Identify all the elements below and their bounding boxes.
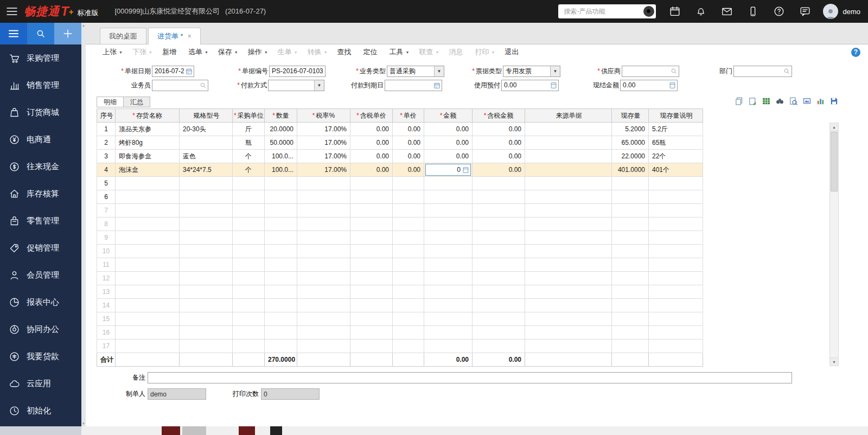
- table-row[interactable]: 11: [97, 258, 703, 272]
- col-header[interactable]: *含税金额: [473, 109, 525, 123]
- cell-tax-price[interactable]: 0.00: [350, 150, 393, 163]
- toolbar-item[interactable]: 新增: [157, 47, 183, 57]
- table-row[interactable]: 5: [97, 177, 703, 190]
- cell-tax-price[interactable]: [350, 231, 393, 245]
- toolbar-item[interactable]: 定位: [359, 47, 385, 57]
- cell-qty[interactable]: [265, 340, 297, 353]
- cell-tax-price[interactable]: [350, 245, 393, 258]
- cell-tax-price[interactable]: [350, 285, 393, 299]
- calendar-icon[interactable]: [432, 80, 442, 91]
- cell-amount[interactable]: [424, 312, 473, 326]
- chevron-down-icon[interactable]: ▼: [550, 66, 560, 76]
- cell-tax-price[interactable]: [350, 218, 393, 231]
- cell-qty[interactable]: [265, 272, 297, 285]
- table-row[interactable]: 8: [97, 218, 703, 231]
- cell-amount[interactable]: 0: [424, 163, 473, 177]
- toolbar-item[interactable]: 保存▼: [213, 47, 243, 57]
- cell-item-name[interactable]: 顶品关东参: [116, 123, 180, 136]
- cell-tax-rate[interactable]: [297, 177, 350, 190]
- cell-tax-amount[interactable]: [473, 231, 525, 245]
- sidebar-item-cash[interactable]: 往来现金: [0, 153, 81, 180]
- cell-tax-rate[interactable]: [297, 231, 350, 245]
- cell-amount[interactable]: [424, 258, 473, 272]
- cell-price[interactable]: [393, 299, 424, 312]
- cell-item-name[interactable]: [116, 312, 180, 326]
- chart-icon[interactable]: [816, 97, 825, 106]
- cell-amount[interactable]: [424, 272, 473, 285]
- scroll-down-icon[interactable]: ▼: [830, 357, 838, 366]
- cell-spec[interactable]: 34*24*7.5: [180, 163, 233, 177]
- calendar-icon[interactable]: [669, 5, 681, 17]
- cell-price[interactable]: [393, 285, 424, 299]
- cell-tax-price[interactable]: [350, 340, 393, 353]
- cell-qty[interactable]: 50.0000: [265, 136, 297, 150]
- cell-qty[interactable]: [265, 285, 297, 299]
- toolbar-item[interactable]: 打印▼: [470, 47, 500, 57]
- feedback-icon[interactable]: [799, 5, 811, 17]
- table-row[interactable]: 7: [97, 204, 703, 218]
- cell-tax-rate[interactable]: [297, 258, 350, 272]
- calendar-icon[interactable]: [184, 66, 194, 76]
- cell-price[interactable]: [393, 218, 424, 231]
- cell-unit[interactable]: [233, 190, 265, 204]
- grid-scrollbar[interactable]: ▲ ▼: [829, 123, 839, 366]
- cell-item-name[interactable]: [116, 340, 180, 353]
- cell-tax-amount[interactable]: [473, 312, 525, 326]
- cell-unit[interactable]: [233, 285, 265, 299]
- cell-unit[interactable]: [233, 245, 265, 258]
- tab-close-icon[interactable]: ×: [188, 33, 192, 40]
- cell-source[interactable]: [525, 177, 612, 190]
- table-row[interactable]: 12: [97, 272, 703, 285]
- cell-item-name[interactable]: [116, 190, 180, 204]
- table-row[interactable]: 2 烤虾80g 瓶 50.0000 17.00% 0.00 0.00 0.00 …: [97, 136, 703, 150]
- sidebar-scrollbar[interactable]: ▲ ▼: [81, 23, 86, 426]
- toolbar-item[interactable]: 生单▼: [273, 47, 303, 57]
- sidebar-item-promotion[interactable]: 促销管理: [0, 234, 81, 261]
- cell-spec[interactable]: [180, 258, 233, 272]
- cell-amount[interactable]: 0.00: [424, 123, 473, 136]
- supplier-field[interactable]: [622, 66, 679, 77]
- magnifier-icon[interactable]: [669, 66, 679, 76]
- cell-item-name[interactable]: [116, 218, 180, 231]
- cell-unit[interactable]: [233, 231, 265, 245]
- sidebar-item-sales[interactable]: 销售管理: [0, 72, 81, 99]
- sidebar-item-inventory[interactable]: 库存核算: [0, 180, 81, 207]
- toolbar-item[interactable]: 联查▼: [414, 47, 444, 57]
- cell-spec[interactable]: [180, 340, 233, 353]
- tab-summary[interactable]: 汇总: [123, 97, 150, 107]
- cell-tax-amount[interactable]: 0.00: [473, 123, 525, 136]
- cell-qty[interactable]: [265, 312, 297, 326]
- cell-qty[interactable]: [265, 245, 297, 258]
- cell-unit[interactable]: [233, 299, 265, 312]
- cell-source[interactable]: [525, 231, 612, 245]
- cell-source[interactable]: [525, 123, 612, 136]
- cell-amount[interactable]: [424, 218, 473, 231]
- cell-tax-rate[interactable]: 17.00%: [297, 163, 350, 177]
- cell-tax-rate[interactable]: [297, 285, 350, 299]
- cell-spec[interactable]: [180, 312, 233, 326]
- payment-method-select[interactable]: ▼: [268, 80, 324, 91]
- magnifier-icon[interactable]: [782, 66, 792, 76]
- cell-spec[interactable]: [180, 218, 233, 231]
- cell-tax-rate[interactable]: [297, 190, 350, 204]
- cell-amount[interactable]: [424, 231, 473, 245]
- table-row[interactable]: 14: [97, 299, 703, 312]
- cell-tax-amount[interactable]: [473, 190, 525, 204]
- sidebar-item-ecommerce[interactable]: 电商通: [0, 126, 81, 153]
- toolbar-item[interactable]: 转换▼: [303, 47, 333, 57]
- cell-tax-amount[interactable]: 0.00: [473, 136, 525, 150]
- cell-item-name[interactable]: [116, 245, 180, 258]
- sidebar-add-icon[interactable]: [54, 23, 81, 44]
- mobile-icon[interactable]: [747, 5, 759, 17]
- cell-price[interactable]: 0.00: [393, 136, 424, 150]
- table-row[interactable]: 1 顶品关东参 20-30头 斤 20.0000 17.00% 0.00 0.0…: [97, 123, 703, 136]
- col-header[interactable]: *采购单位: [233, 109, 265, 123]
- cell-item-name[interactable]: [116, 258, 180, 272]
- cell-unit[interactable]: [233, 218, 265, 231]
- cell-tax-rate[interactable]: 17.00%: [297, 123, 350, 136]
- help-icon[interactable]: [773, 5, 785, 17]
- cell-tax-rate[interactable]: [297, 245, 350, 258]
- cell-price[interactable]: 0.00: [393, 123, 424, 136]
- cell-qty[interactable]: 100.0...: [265, 163, 297, 177]
- tab-purchase-receipt[interactable]: 进货单 * ×: [148, 28, 201, 44]
